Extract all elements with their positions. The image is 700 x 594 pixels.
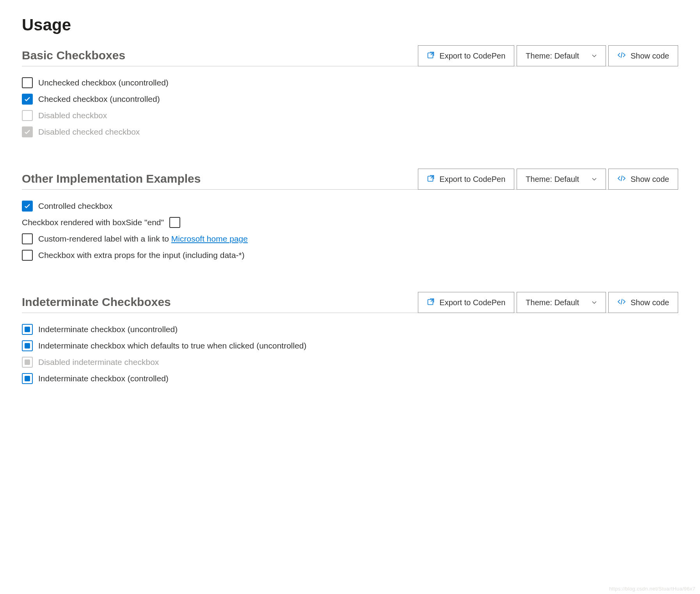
checkbox-item: Disabled checked checkbox	[22, 126, 678, 137]
check-icon	[24, 203, 31, 210]
section-header: Indeterminate Checkboxes Export to CodeP…	[22, 292, 678, 313]
checkbox-box	[22, 126, 33, 137]
theme-label: Theme: Default	[526, 52, 579, 60]
section-toolbar: Export to CodePen Theme: Default Show co…	[418, 45, 678, 66]
chevron-down-icon	[592, 52, 597, 60]
code-icon	[617, 298, 626, 308]
checkbox-box[interactable]	[22, 324, 33, 335]
theme-label: Theme: Default	[526, 298, 579, 307]
export-label: Export to CodePen	[439, 52, 505, 60]
section-toolbar: Export to CodePen Theme: Default Show co…	[418, 292, 678, 313]
checkbox-label: Controlled checkbox	[38, 201, 112, 211]
chevron-down-icon	[592, 175, 597, 184]
theme-select[interactable]: Theme: Default	[517, 292, 606, 313]
section-toolbar: Export to CodePen Theme: Default Show co…	[418, 169, 678, 190]
show-code-label: Show code	[631, 298, 669, 307]
checkbox-box	[22, 357, 33, 368]
checkbox-item[interactable]: Indeterminate checkbox (uncontrolled)	[22, 324, 678, 335]
checkbox-label: Disabled checkbox	[38, 111, 107, 120]
checkbox-item[interactable]: Checkbox with extra props for the input …	[22, 250, 678, 261]
section-header: Other Implementation Examples Export to …	[22, 169, 678, 190]
show-code-button[interactable]: Show code	[608, 169, 678, 190]
checkbox-item[interactable]: Controlled checkbox	[22, 201, 678, 212]
checkbox-label: Checked checkbox (uncontrolled)	[38, 94, 160, 104]
checkbox-box[interactable]	[22, 340, 33, 351]
checkbox-item[interactable]: Checkbox rendered with boxSide "end"	[22, 217, 678, 228]
code-icon	[617, 174, 626, 184]
show-code-label: Show code	[631, 52, 669, 60]
checkbox-box[interactable]	[22, 250, 33, 261]
checkbox-box[interactable]	[22, 233, 33, 244]
page-title: Usage	[22, 16, 678, 34]
theme-label: Theme: Default	[526, 175, 579, 184]
checkbox-label: Unchecked checkbox (uncontrolled)	[38, 78, 169, 87]
checkbox-item: Disabled indeterminate checkbox	[22, 357, 678, 368]
show-code-button[interactable]: Show code	[608, 292, 678, 313]
export-icon	[427, 51, 435, 61]
export-codepen-button[interactable]: Export to CodePen	[418, 292, 514, 313]
checkbox-label: Checkbox rendered with boxSide "end"	[22, 218, 164, 227]
label-prefix: Custom-rendered label with a link to	[38, 234, 171, 243]
checkbox-label: Disabled indeterminate checkbox	[38, 357, 159, 367]
export-codepen-button[interactable]: Export to CodePen	[418, 169, 514, 190]
checkbox-label: Indeterminate checkbox (controlled)	[38, 374, 169, 383]
section-other-examples: Other Implementation Examples Export to …	[22, 169, 678, 261]
checkbox-label: Indeterminate checkbox which defaults to…	[38, 341, 307, 350]
checkbox-label: Checkbox with extra props for the input …	[38, 251, 245, 260]
section-title: Indeterminate Checkboxes	[22, 295, 171, 309]
theme-select[interactable]: Theme: Default	[517, 169, 606, 190]
export-icon	[427, 174, 435, 184]
checkbox-label: Custom-rendered label with a link to Mic…	[38, 234, 248, 244]
checkbox-box[interactable]	[22, 94, 33, 105]
section-basic-checkboxes: Basic Checkboxes Export to CodePen Theme…	[22, 45, 678, 137]
section-indeterminate-checkboxes: Indeterminate Checkboxes Export to CodeP…	[22, 292, 678, 384]
export-label: Export to CodePen	[439, 175, 505, 184]
checkbox-item[interactable]: Indeterminate checkbox which defaults to…	[22, 340, 678, 351]
check-icon	[24, 128, 31, 135]
checkbox-box[interactable]	[22, 373, 33, 384]
checkbox-box[interactable]	[22, 77, 33, 88]
chevron-down-icon	[592, 298, 597, 307]
checkbox-item[interactable]: Unchecked checkbox (uncontrolled)	[22, 77, 678, 88]
section-title: Other Implementation Examples	[22, 172, 201, 185]
microsoft-home-link[interactable]: Microsoft home page	[171, 234, 248, 243]
check-icon	[24, 96, 31, 103]
checkbox-box[interactable]	[22, 201, 33, 212]
checkbox-item[interactable]: Checked checkbox (uncontrolled)	[22, 94, 678, 105]
checkbox-label: Disabled checked checkbox	[38, 127, 140, 137]
checkbox-item[interactable]: Custom-rendered label with a link to Mic…	[22, 233, 678, 244]
checkbox-box[interactable]	[169, 217, 180, 228]
section-title: Basic Checkboxes	[22, 49, 125, 62]
section-header: Basic Checkboxes Export to CodePen Theme…	[22, 45, 678, 66]
show-code-button[interactable]: Show code	[608, 45, 678, 66]
checkbox-item: Disabled checkbox	[22, 110, 678, 121]
show-code-label: Show code	[631, 175, 669, 184]
checkbox-label: Indeterminate checkbox (uncontrolled)	[38, 325, 178, 334]
checkbox-item[interactable]: Indeterminate checkbox (controlled)	[22, 373, 678, 384]
export-icon	[427, 298, 435, 308]
export-label: Export to CodePen	[439, 298, 505, 307]
code-icon	[617, 51, 626, 61]
theme-select[interactable]: Theme: Default	[517, 45, 606, 66]
export-codepen-button[interactable]: Export to CodePen	[418, 45, 514, 66]
checkbox-box	[22, 110, 33, 121]
